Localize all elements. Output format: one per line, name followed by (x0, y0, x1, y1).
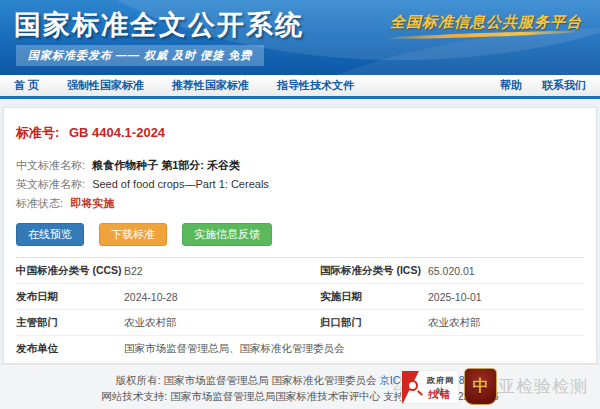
gov-site-error-report-badge[interactable]: 政府网站 找错 (401, 370, 459, 404)
competent-dept-value: 农业农村部 (124, 316, 320, 330)
standard-number-value: GB 4404.1-2024 (69, 125, 165, 140)
ccs-value: B22 (124, 265, 320, 277)
shield-badge-icon[interactable]: 中 (464, 368, 497, 405)
nav-item-guiding-documents[interactable]: 指导性技术文件 (277, 78, 354, 93)
badge-find-text: 找错 (428, 388, 452, 402)
watermark-text: 亚检验检测 (498, 375, 588, 398)
ics-label: 国际标准分类号 (ICS) (320, 264, 428, 278)
table-row: 中国标准分类号 (CCS) B22 国际标准分类号 (ICS) 65.020.0… (16, 258, 584, 284)
competent-dept-label: 主管部门 (16, 316, 124, 330)
action-buttons: 在线预览 下载标准 实施信息反馈 (16, 223, 584, 246)
platform-slogan: 全国标准信息公共服务平台 (390, 13, 582, 32)
copyright-text: 版权所有: 国家市场监督管理总局 国家标准化管理委员会 (116, 374, 377, 386)
nav-right-group: 帮助 联系我们 (500, 78, 586, 93)
table-row: 发布单位 国家市场监督管理总局、国家标准化管理委员会 (16, 336, 584, 362)
standard-number-label: 标准号: (16, 125, 59, 140)
en-name-line: 英文标准名称: Seed of food crops—Part 1: Cerea… (16, 177, 584, 191)
status-badge: 即将实施 (70, 197, 114, 209)
nav-item-contact[interactable]: 联系我们 (542, 78, 586, 93)
nav-item-recommended-standards[interactable]: 推荐性国家标准 (172, 78, 249, 93)
implementation-feedback-button[interactable]: 实施信息反馈 (182, 223, 272, 246)
publisher-value: 国家市场监督管理总局、国家标准化管理委员会 (124, 342, 584, 356)
publish-date-label: 发布日期 (16, 290, 124, 304)
en-name-label: 英文标准名称: (16, 178, 85, 190)
cn-name-value: 粮食作物种子 第1部分: 禾谷类 (92, 159, 240, 171)
table-row: 发布日期 2024-10-28 实施日期 2025-10-01 (16, 284, 584, 310)
page-footer: 版权所有: 国家市场监督管理总局 国家标准化管理委员会 京ICP备1802238… (0, 364, 600, 409)
standard-detail-panel: 标准号: GB 4404.1-2024 中文标准名称: 粮食作物种子 第1部分:… (3, 107, 597, 364)
download-standard-button[interactable]: 下载标准 (99, 223, 167, 246)
cn-name-line: 中文标准名称: 粮食作物种子 第1部分: 禾谷类 (16, 158, 584, 172)
ccs-label: 中国标准分类号 (CCS) (16, 264, 124, 278)
table-row: 主管部门 农业农村部 归口部门 农业农村部 (16, 310, 584, 336)
implement-date-value: 2025-10-01 (428, 291, 584, 303)
status-line: 标准状态: 即将实施 (16, 196, 584, 210)
status-label: 标准状态: (16, 197, 63, 209)
implement-date-label: 实施日期 (320, 290, 428, 304)
standard-number-line: 标准号: GB 4404.1-2024 (16, 124, 584, 142)
site-header: 国家标准全文公开系统 国家标准委发布 —— 权威 及时 便捷 免费 全国标准信息… (0, 0, 600, 75)
en-name-value: Seed of food crops—Part 1: Cereals (92, 178, 269, 190)
nav-item-help[interactable]: 帮助 (500, 78, 522, 93)
ics-value: 65.020.01 (428, 265, 584, 277)
main-nav: 首 页 强制性国家标准 推荐性国家标准 指导性技术文件 帮助 联系我们 (0, 75, 600, 99)
site-subtitle: 国家标准委发布 —— 权威 及时 便捷 免费 (16, 45, 264, 66)
publisher-label: 发布单位 (16, 342, 124, 356)
nav-item-mandatory-standards[interactable]: 强制性国家标准 (67, 78, 144, 93)
centralized-dept-label: 归口部门 (320, 316, 428, 330)
footer-logos: 政府网站 找错 中 亚检验检测 (401, 368, 588, 405)
site-title: 国家标准全文公开系统 (14, 7, 304, 43)
nav-item-home[interactable]: 首 页 (14, 78, 39, 93)
online-preview-button[interactable]: 在线预览 (16, 223, 84, 246)
magnifier-icon (407, 380, 418, 391)
publish-date-value: 2024-10-28 (124, 291, 320, 303)
cn-name-label: 中文标准名称: (16, 159, 85, 171)
centralized-dept-value: 农业农村部 (428, 316, 584, 330)
